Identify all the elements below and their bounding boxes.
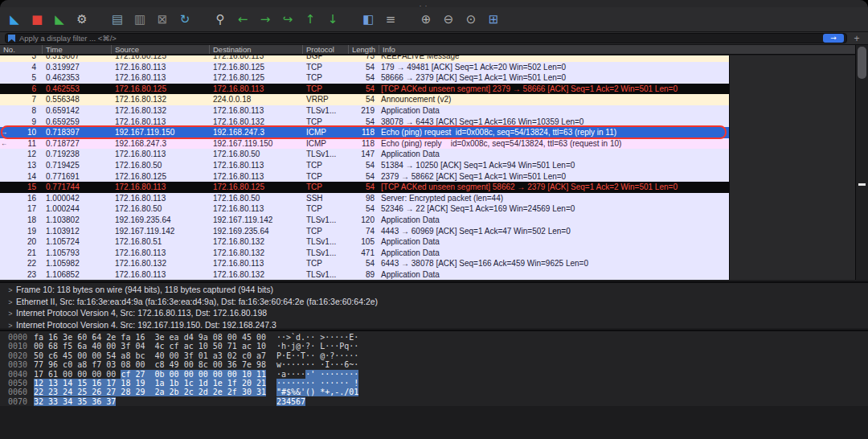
filter-add-button[interactable]: + [850, 33, 863, 44]
detail-tree-item[interactable]: >Frame 10: 118 bytes on wire (944 bits),… [5, 285, 868, 297]
column-header-no[interactable]: No. [0, 45, 42, 54]
packet-row-17[interactable]: 171.000244172.16.80.50172.16.80.113TCP54… [0, 203, 729, 215]
cell-source: 172.16.80.113 [111, 182, 209, 193]
cell-protocol: TLSv1... [302, 105, 348, 117]
cell-length: 54 [348, 62, 379, 73]
capture-options-icon[interactable]: ⚙ [72, 10, 92, 29]
hex-offset: 0050 [8, 379, 34, 388]
save-file-icon[interactable]: ▥ [130, 10, 149, 29]
expand-chevron-icon[interactable]: > [5, 285, 16, 297]
go-back-icon[interactable]: ← [233, 10, 252, 29]
packet-row-14[interactable]: 140.771691172.16.80.125172.16.80.113TCP5… [0, 171, 729, 183]
hex-bytes: fa 16 3e 60 64 2e fa 16 3e ea d4 9a 08 0… [34, 333, 276, 342]
hex-row-0000[interactable]: 0000fa 16 3e 60 64 2e fa 16 3e ea d4 9a … [8, 333, 868, 342]
reload-file-icon[interactable]: ↻ [175, 10, 194, 29]
column-header-destination[interactable]: Destination [209, 45, 302, 54]
cell-gutter [0, 160, 8, 171]
hex-row-0040[interactable]: 004017 61 00 00 00 00 cf 27 0b 00 00 00 … [8, 370, 868, 379]
packet-row-13[interactable]: 130.719425172.16.80.50172.16.80.113TCP54… [0, 160, 729, 171]
hex-ascii: ·a·····' ········ [276, 370, 358, 379]
display-filter-input[interactable]: Apply a display filter ... <⌘/> → [5, 33, 847, 43]
packet-row-5[interactable]: 50.462353172.16.80.113172.16.80.125TCP54… [0, 72, 729, 84]
auto-scroll-icon[interactable]: ≡ [381, 10, 400, 29]
detail-tree-item[interactable]: >Internet Protocol Version 4, Src: 192.1… [5, 320, 868, 329]
zoom-out-icon[interactable]: ⊖ [439, 10, 458, 29]
packet-row-20[interactable]: 201.105724172.16.80.51172.16.80.132TLSv1… [0, 236, 729, 248]
cell-source: 172.16.80.125 [111, 84, 209, 95]
cell-destination: 192.169.235.64 [209, 226, 302, 237]
detail-tree-item[interactable]: >Ethernet II, Src: fa:16:3e:ea:d4:9a (fa… [5, 297, 868, 309]
expand-chevron-icon[interactable]: > [5, 297, 16, 309]
go-last-packet-icon[interactable]: ↓ [323, 10, 342, 29]
column-header-protocol[interactable]: Protocol [302, 45, 348, 54]
packet-row-11[interactable]: ←110.718727192.168.247.3192.167.119.150I… [0, 138, 729, 150]
hex-bytes: 22 23 24 25 26 27 28 29 2a 2b 2c 2d 2e 2… [34, 388, 276, 396]
packet-row-12[interactable]: 120.719238172.16.80.113172.16.80.50TLSv1… [0, 149, 729, 160]
filter-bookmark-icon[interactable] [8, 35, 15, 43]
cell-time: 0.462353 [42, 72, 111, 84]
ascii-segment-selected: "#$%&'() *+,-./01 [276, 388, 358, 396]
packet-row-10[interactable]: →100.718397192.167.119.150192.168.247.3I… [0, 127, 729, 138]
go-to-packet-icon[interactable]: ↪ [278, 10, 297, 29]
packet-list-scrollbar[interactable] [855, 45, 868, 280]
cell-info: Server: Encrypted packet (len=44) [379, 193, 729, 204]
packet-row-19[interactable]: 191.103912192.167.119.142192.169.235.64T… [0, 226, 729, 237]
packet-row-16[interactable]: 161.000042172.16.80.113172.16.80.50SSH98… [0, 193, 729, 204]
detail-tree-item[interactable]: >Internet Protocol Version 4, Src: 172.1… [5, 308, 868, 320]
resize-columns-icon[interactable]: ⊞ [484, 10, 503, 29]
hex-row-0070[interactable]: 007032 33 34 35 36 37234567 [8, 397, 868, 406]
scrollbar-thumb[interactable] [858, 47, 866, 79]
column-header-source[interactable]: Source [111, 45, 209, 54]
packet-row-23[interactable]: 231.106852172.16.80.113172.16.80.132TLSv… [0, 269, 729, 280]
column-header-time[interactable]: Time [42, 45, 111, 54]
open-file-icon[interactable]: ▤ [108, 10, 127, 29]
hex-row-0060[interactable]: 006022 23 24 25 26 27 28 29 2a 2b 2c 2d … [8, 388, 868, 396]
detail-text: Internet Protocol Version 4, Src: 192.16… [16, 320, 276, 329]
cell-source: 192.167.119.142 [111, 226, 209, 237]
colorize-packets-icon[interactable]: ◧ [358, 10, 378, 29]
expand-chevron-icon[interactable]: > [5, 309, 16, 320]
detail-text: Frame 10: 118 bytes on wire (944 bits), … [16, 285, 273, 294]
packet-row-9[interactable]: 90.659259172.16.80.113172.16.80.132TCP54… [0, 117, 729, 128]
cell-gutter [0, 248, 8, 259]
packet-row-22[interactable]: 221.105982172.16.80.132172.16.80.113TCP5… [0, 258, 729, 269]
packet-row-7[interactable]: 70.556348172.16.80.132224.0.0.18VRRP54An… [0, 94, 729, 105]
stop-capture-icon[interactable]: ■ [27, 10, 47, 29]
hex-row-0010[interactable]: 001000 68 f5 6a 40 00 3f 04 4c cf ac 10 … [8, 342, 868, 351]
packet-row-15[interactable]: 150.771744172.16.80.113172.16.80.125TCP5… [0, 182, 729, 193]
hex-row-0030[interactable]: 003077 96 c0 a8 f7 03 08 00 c8 49 00 8c … [8, 360, 868, 369]
packet-row-6[interactable]: 60.462553172.16.80.125172.16.80.113TCP54… [0, 84, 729, 95]
go-first-packet-icon[interactable]: ↑ [301, 10, 320, 29]
close-file-icon[interactable]: ⊠ [153, 10, 172, 29]
packet-row-18[interactable]: 181.103802192.169.235.64192.167.119.142T… [0, 215, 729, 226]
cell-gutter [0, 117, 8, 128]
start-capture-icon[interactable]: ◣ [5, 10, 24, 29]
cell-destination: 172.16.80.125 [209, 72, 302, 84]
packet-row-21[interactable]: 211.105793172.16.80.113172.16.80.132TLSv… [0, 248, 729, 259]
hex-row-0020[interactable]: 002050 c6 45 00 00 54 a8 bc 40 00 3f 01 … [8, 351, 868, 360]
cell-info: Application Data [379, 248, 729, 259]
packet-row-3[interactable]: 30.319807172.16.80.125172.16.80.113BGP73… [0, 55, 729, 62]
cell-time: 0.771744 [42, 182, 111, 193]
cell-no: 11 [8, 138, 42, 150]
zoom-original-icon[interactable]: ⊙ [461, 10, 481, 29]
hex-row-0050[interactable]: 005012 13 14 15 16 17 18 19 1a 1b 1c 1d … [8, 379, 868, 388]
find-packet-icon[interactable]: ⚲ [211, 10, 230, 29]
cell-info: Application Data [379, 215, 729, 226]
packet-row-8[interactable]: 80.659142172.16.80.132172.16.80.113TLSv1… [0, 105, 729, 117]
packet-list-viewport: 30.319807172.16.80.125172.16.80.113BGP73… [0, 55, 855, 280]
cell-time: 0.659142 [42, 105, 111, 117]
hex-ascii: ··>`d.·· >·····E· [276, 333, 358, 342]
column-header-length[interactable]: Length [348, 45, 379, 54]
column-header-info[interactable]: Info [379, 45, 855, 54]
hex-segment: fa 16 3e 60 64 2e fa 16 3e ea d4 9a 08 0… [34, 333, 266, 342]
filter-apply-button[interactable]: → [823, 34, 844, 43]
cell-gutter [0, 182, 8, 193]
cell-length: 89 [348, 269, 379, 280]
expand-chevron-icon[interactable]: > [5, 321, 16, 329]
go-forward-icon[interactable]: → [256, 10, 275, 29]
zoom-in-icon[interactable]: ⊕ [416, 10, 436, 29]
packet-row-4[interactable]: 40.319927172.16.80.113172.16.80.125TCP54… [0, 62, 729, 73]
cell-time: 1.103802 [42, 215, 111, 226]
restart-capture-icon[interactable]: ◣ [50, 10, 69, 29]
